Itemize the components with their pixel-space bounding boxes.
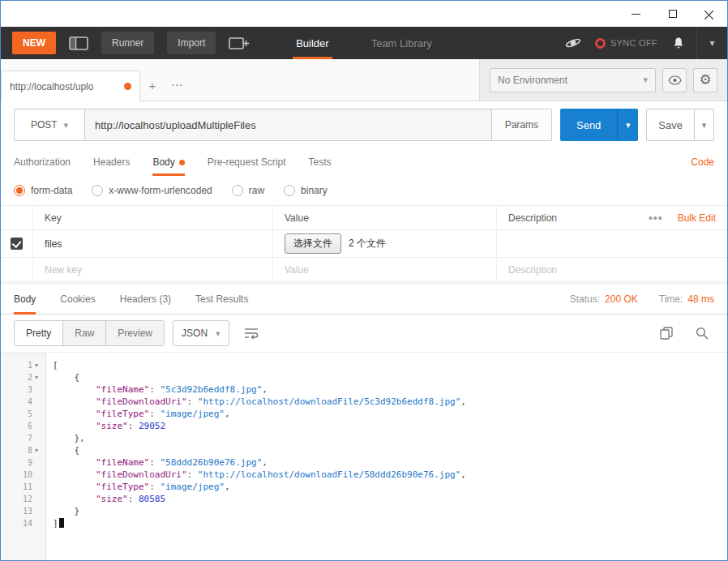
response-tab-cookies[interactable]: Cookies xyxy=(60,285,95,314)
sidebar-toggle-icon xyxy=(69,36,88,50)
response-tab-test-results-label: Test Results xyxy=(195,293,248,305)
request-builder: POST ▾ Params Send ▾ Save ▾ xyxy=(1,101,727,148)
tab-headers-label: Headers xyxy=(93,156,130,168)
time-value: 48 ms xyxy=(687,293,714,305)
import-button[interactable]: Import xyxy=(167,32,216,54)
response-tab-body[interactable]: Body xyxy=(14,285,36,314)
header-right-controls: SYNC OFF ▾ xyxy=(564,27,727,59)
choose-file-button[interactable]: 选择文件 xyxy=(285,233,341,254)
code-line[interactable]: "fileName": "5c3d92b6eddf8.jpg", xyxy=(53,383,727,396)
view-pretty-button[interactable]: Pretty xyxy=(15,321,63,345)
view-raw-button[interactable]: Raw xyxy=(63,321,106,345)
save-button[interactable]: Save xyxy=(646,109,695,141)
code-line[interactable]: [ xyxy=(53,359,727,371)
line-number: 13 xyxy=(1,507,35,516)
code-line[interactable]: { xyxy=(53,444,727,456)
environment-preview-button[interactable] xyxy=(662,68,687,92)
view-raw-label: Raw xyxy=(75,328,94,339)
save-options-button[interactable]: ▾ xyxy=(695,109,714,141)
close-button[interactable] xyxy=(691,1,727,27)
new-button[interactable]: NEW xyxy=(12,32,56,54)
interceptor-button[interactable] xyxy=(564,36,582,50)
code-line[interactable]: "size": 29052 xyxy=(53,420,727,432)
radio-form-data[interactable]: form-data xyxy=(14,185,72,196)
view-preview-button[interactable]: Preview xyxy=(106,321,164,345)
settings-button[interactable]: ⚙ xyxy=(693,68,717,92)
response-tab-test-results[interactable]: Test Results xyxy=(195,285,248,314)
maximize-button[interactable] xyxy=(654,1,691,27)
wrap-lines-button[interactable] xyxy=(239,321,263,345)
description-cell[interactable] xyxy=(497,230,727,257)
tab-tests[interactable]: Tests xyxy=(308,148,331,176)
sync-status-button[interactable] xyxy=(595,38,606,49)
new-key-cell[interactable]: New key xyxy=(33,258,273,281)
row-checkbox[interactable] xyxy=(11,238,23,250)
response-tab-headers[interactable]: Headers (3) xyxy=(120,285,171,314)
header-actions: ••• Bulk Edit xyxy=(649,212,716,225)
key-cell[interactable]: files xyxy=(33,230,273,257)
notifications-button[interactable] xyxy=(672,36,685,50)
code-line[interactable]: "fileType": "image/jpeg", xyxy=(53,408,727,420)
eye-icon xyxy=(668,75,682,85)
send-button[interactable]: Send xyxy=(560,109,617,141)
header-chevron-button[interactable]: ▾ xyxy=(696,27,727,59)
code-line[interactable]: "fileDownloadUri": "http://localhost/dow… xyxy=(53,396,727,408)
nav-tab-builder[interactable]: Builder xyxy=(293,27,332,59)
new-description-cell[interactable]: Description xyxy=(497,258,727,281)
code-line[interactable]: "size": 80585 xyxy=(53,493,727,505)
code-line[interactable]: }, xyxy=(53,432,727,444)
file-count-label: 2 个文件 xyxy=(349,237,386,251)
tab-pre-request-script-label: Pre-request Script xyxy=(208,156,286,168)
tab-pre-request-script[interactable]: Pre-request Script xyxy=(208,148,286,176)
minimize-icon xyxy=(632,14,640,15)
tab-headers[interactable]: Headers xyxy=(93,148,130,176)
radio-binary[interactable]: binary xyxy=(284,185,328,196)
new-window-button[interactable] xyxy=(229,36,250,50)
runner-button-label: Runner xyxy=(112,37,143,49)
close-icon xyxy=(704,9,714,19)
more-tabs-icon: ⋯ xyxy=(171,78,183,92)
code-line[interactable]: "fileName": "58ddd26b90e76.jpg", xyxy=(53,456,727,469)
params-button[interactable]: Params xyxy=(492,109,552,141)
radio-icon xyxy=(14,185,25,196)
fold-toggle-icon[interactable]: ▾ xyxy=(35,447,45,454)
radio-raw[interactable]: raw xyxy=(232,185,264,196)
fold-toggle-icon[interactable]: ▾ xyxy=(35,374,45,381)
code-link[interactable]: Code xyxy=(691,148,714,176)
search-button[interactable] xyxy=(690,321,714,345)
copy-button[interactable] xyxy=(654,321,679,345)
fold-toggle-icon[interactable]: ▾ xyxy=(35,362,45,369)
method-select[interactable]: POST ▾ xyxy=(14,109,85,141)
environment-select[interactable]: No Environment ▾ xyxy=(490,68,656,92)
line-number: 10 xyxy=(1,470,35,479)
status-value: 200 OK xyxy=(605,293,638,305)
send-options-button[interactable]: ▾ xyxy=(617,109,638,141)
response-tab-cookies-label: Cookies xyxy=(60,293,95,305)
more-tabs-button[interactable]: ⋯ xyxy=(165,70,189,101)
code-line[interactable]: ] xyxy=(53,517,727,529)
chevron-down-icon: ▾ xyxy=(626,120,631,131)
new-value-cell[interactable]: Value xyxy=(273,258,497,281)
runner-button[interactable]: Runner xyxy=(101,32,154,54)
url-input[interactable] xyxy=(85,109,492,141)
bulk-edit-link[interactable]: Bulk Edit xyxy=(678,212,716,224)
radio-x-www-form-urlencoded[interactable]: x-www-form-urlencoded xyxy=(92,185,212,196)
response-toolbar: Pretty Raw Preview JSON ▾ xyxy=(1,315,727,352)
language-select[interactable]: JSON ▾ xyxy=(173,320,229,346)
request-tab[interactable]: http://localhost/uplo xyxy=(1,71,140,101)
tab-body[interactable]: Body xyxy=(152,148,184,176)
code-gutter[interactable]: 1▾2▾345678▾91011121314 xyxy=(1,353,46,560)
minimize-button[interactable] xyxy=(618,1,654,27)
code-line[interactable]: } xyxy=(53,505,727,517)
code-line[interactable]: { xyxy=(53,371,727,383)
view-pretty-label: Pretty xyxy=(26,328,51,339)
nav-tab-team-library[interactable]: Team Library xyxy=(368,27,435,59)
tab-authorization[interactable]: Authorization xyxy=(14,148,71,176)
more-options-icon[interactable]: ••• xyxy=(649,212,663,225)
line-number: 1 xyxy=(1,361,35,370)
sidebar-toggle-button[interactable] xyxy=(69,36,88,50)
new-tab-button[interactable]: + xyxy=(140,70,165,101)
code-line[interactable]: "fileType": "image/jpeg", xyxy=(53,481,727,493)
code-lines[interactable]: [ { "fileName": "5c3d92b6eddf8.jpg", "fi… xyxy=(46,353,727,560)
code-line[interactable]: "fileDownloadUri": "http://localhost/dow… xyxy=(53,469,727,481)
